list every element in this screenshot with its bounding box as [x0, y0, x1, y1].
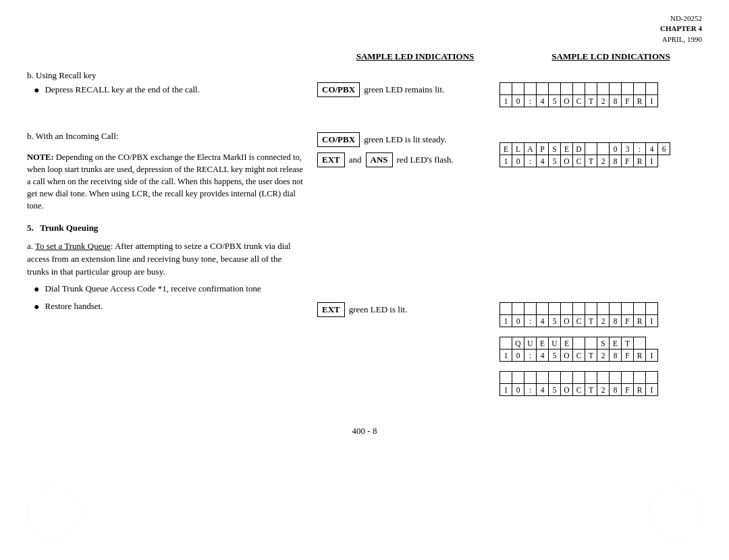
- section-5a-prefix: a.: [27, 241, 35, 251]
- lcd-display-3: 1 0 : 4 5 O C T 2 8 F R I: [500, 302, 702, 327]
- lcd-cell: C: [573, 384, 585, 396]
- lcd-cell: :: [524, 315, 537, 327]
- lcd-cell: [524, 303, 537, 315]
- doc-number: ND-20252: [27, 13, 702, 24]
- lcd-cell: [610, 372, 622, 384]
- lcd-cell: [585, 337, 597, 349]
- copbx-key-box-1: CO/PBX: [317, 82, 360, 97]
- recall-bullet: ● Depress RECALL key at the end of the c…: [34, 84, 304, 97]
- led-column-header: SAMPLE LED INDICATIONS: [356, 51, 475, 61]
- led-connector: and: [349, 155, 362, 165]
- section-5-title: 5. Trunk Queuing: [27, 223, 304, 233]
- lcd-cell: A: [524, 143, 537, 155]
- lcd-cell: I: [646, 349, 658, 362]
- section-5-number: 5.: [27, 223, 34, 233]
- lcd-cell: [500, 83, 512, 95]
- lcd-cell: 1: [500, 384, 512, 396]
- lcd-cell: [622, 303, 634, 315]
- lcd-cell: [597, 303, 610, 315]
- lcd-cell: [537, 303, 549, 315]
- watermark-right: [648, 486, 702, 540]
- lcd-cell: :: [524, 155, 537, 167]
- lcd-cell: 1: [500, 155, 512, 167]
- lcd-cell: 6: [658, 143, 670, 155]
- lcd-cell: [610, 83, 622, 95]
- lcd-cell: [500, 337, 512, 349]
- lcd-cell: I: [646, 95, 658, 107]
- lcd-cell: R: [634, 95, 646, 107]
- lcd-cell: 0: [512, 155, 524, 167]
- lcd-cell: [561, 83, 573, 95]
- lcd-cell: 4: [537, 349, 549, 362]
- section-5a-bullet2-text: Restore handset.: [45, 300, 103, 312]
- lcd-cell: O: [561, 349, 573, 362]
- lcd-table-3: 1 0 : 4 5 O C T 2 8 F R I: [500, 302, 658, 327]
- lcd-cell: I: [646, 155, 658, 167]
- lcd-cell: E: [561, 143, 573, 155]
- section-5a-label: a. To set a Trunk Queue: After attemptin…: [27, 240, 304, 279]
- lcd-cell: C: [573, 315, 585, 327]
- lcd-cell: 8: [610, 155, 622, 167]
- lcd-cell: [512, 372, 524, 384]
- note-text: Depending on the CO/PBX exchange the Ele…: [27, 152, 303, 211]
- lcd-cell: [634, 83, 646, 95]
- section-b-incoming: b. With an Incoming Call:: [27, 131, 304, 142]
- lcd-table-2: E L A P S E D 0 3 : 4 6: [500, 142, 670, 167]
- copbx-key-box-2: CO/PBX: [317, 132, 360, 147]
- lcd-cell: F: [622, 95, 634, 107]
- lcd-cell: T: [585, 155, 597, 167]
- lcd-cell: 0: [512, 384, 524, 396]
- lcd-cell: [585, 372, 597, 384]
- lcd-cell: D: [573, 143, 585, 155]
- lcd-cell: 0: [610, 143, 622, 155]
- section-5a-bullet1: ● Dial Trunk Queue Access Code *1, recei…: [34, 283, 304, 296]
- lcd-cell: [634, 303, 646, 315]
- lcd-display-2: E L A P S E D 0 3 : 4 6: [500, 142, 702, 167]
- lcd-column: 1 0 : 4 5 O C T 2 8 F R I: [486, 70, 702, 405]
- lcd-table-4: Q U E U E S E T 1 0: [500, 337, 658, 362]
- lcd-cell: [585, 303, 597, 315]
- led-row-1-text: green LED remains lit.: [364, 84, 444, 95]
- lcd-cell: T: [585, 384, 597, 396]
- lcd-cell: 1: [500, 95, 512, 107]
- lcd-cell: 2: [597, 155, 610, 167]
- left-column: b. Using Recall key ● Depress RECALL key…: [27, 70, 310, 320]
- lcd-cell: 1: [500, 315, 512, 327]
- lcd-cell: :: [524, 349, 537, 362]
- lcd-cell: O: [561, 155, 573, 167]
- lcd-cell: 2: [597, 384, 610, 396]
- lcd-cell: T: [585, 95, 597, 107]
- lcd-cell: [634, 372, 646, 384]
- lcd-cell: 4: [537, 315, 549, 327]
- lcd-cell: [585, 83, 597, 95]
- lcd-cell: 4: [537, 155, 549, 167]
- bullet-dot-2: ●: [34, 300, 39, 314]
- lcd-cell: [512, 83, 524, 95]
- lcd-cell: 2: [597, 95, 610, 107]
- lcd-cell: 8: [610, 315, 622, 327]
- lcd-cell: 8: [610, 349, 622, 362]
- lcd-cell: S: [597, 337, 610, 349]
- lcd-cell: :: [634, 143, 646, 155]
- lcd-cell: 4: [537, 384, 549, 396]
- lcd-cell: T: [585, 315, 597, 327]
- led-ext-5-text: green LED is lit.: [349, 304, 408, 315]
- lcd-cell: [573, 303, 585, 315]
- lcd-cell: [524, 83, 537, 95]
- led-row-3: EXT and ANS red LED's flash.: [317, 152, 479, 167]
- lcd-cell: [561, 372, 573, 384]
- lcd-cell: R: [634, 315, 646, 327]
- lcd-cell: U: [549, 337, 561, 349]
- lcd-cell: [500, 372, 512, 384]
- lcd-cell: E: [500, 143, 512, 155]
- lcd-cell: R: [634, 155, 646, 167]
- lcd-cell: 4: [537, 95, 549, 107]
- lcd-cell: [622, 372, 634, 384]
- lcd-cell: 5: [549, 315, 561, 327]
- lcd-cell: [549, 372, 561, 384]
- lcd-display-5: 1 0 : 4 5 O C T 2 8 F R I: [500, 371, 702, 396]
- lcd-cell: [610, 303, 622, 315]
- lcd-cell: [634, 337, 646, 349]
- lcd-display-4: Q U E U E S E T 1 0: [500, 337, 702, 362]
- section-5a: a. To set a Trunk Queue: After attemptin…: [27, 240, 304, 313]
